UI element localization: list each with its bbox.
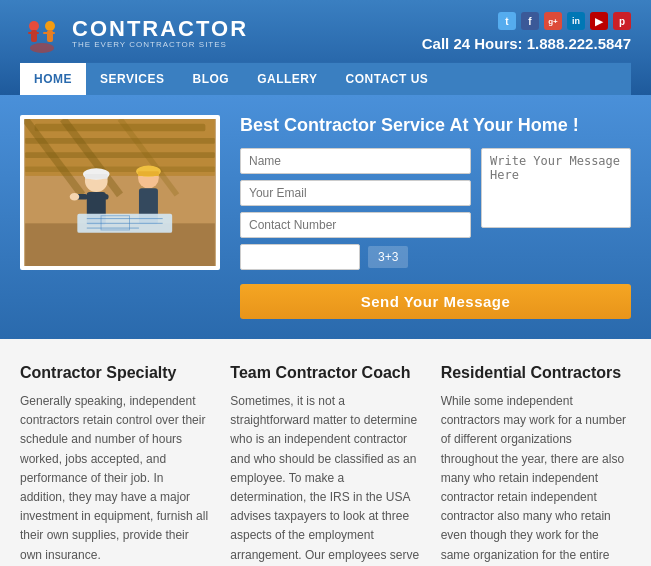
hero-title: Best Contractor Service At Your Home ! [240,115,631,136]
header: CONTRACTOR THE EVERY CONTRACTOR SITES t … [0,0,651,95]
page-wrapper: CONTRACTOR THE EVERY CONTRACTOR SITES t … [0,0,651,566]
svg-point-1 [29,21,39,31]
feature-col-3: Residential Contractors While some indep… [441,364,631,566]
svg-rect-11 [35,124,206,132]
hero-content: Best Contractor Service At Your Home ! 3… [240,115,631,319]
form-right-column [481,148,631,276]
logo-title: CONTRACTOR [72,16,248,42]
twitter-icon[interactable]: t [498,12,516,30]
svg-rect-8 [50,32,55,34]
svg-rect-28 [138,171,159,176]
feature-text-3: While some independent contractors may w… [441,392,631,566]
form-left-column: 3+3 [240,148,471,276]
features-section: Contractor Specialty Generally speaking,… [0,339,651,566]
phone-input[interactable] [240,212,471,238]
logo-area: CONTRACTOR THE EVERY CONTRACTOR SITES [20,10,248,54]
svg-point-5 [45,21,55,31]
svg-rect-21 [85,174,108,179]
nav-item-gallery[interactable]: GALLERY [243,63,331,95]
social-icons: t f g+ in ▶ p [422,12,631,30]
hero-section: Best Contractor Service At Your Home ! 3… [0,95,651,339]
message-textarea[interactable] [481,148,631,228]
feature-col-2: Team Contractor Coach Sometimes, it is n… [230,364,420,566]
captcha-input[interactable] [240,244,360,270]
feature-title-1: Contractor Specialty [20,364,210,382]
send-button[interactable]: Send Your Message [240,284,631,319]
form-split-row: 3+3 [240,148,631,276]
nav-item-services[interactable]: SERVICES [86,63,178,95]
email-row [240,180,471,206]
header-right: t f g+ in ▶ p Call 24 Hours: 1.888.222.5… [422,12,631,52]
phone-row [240,212,471,238]
captcha-label: 3+3 [368,246,408,268]
call-text: Call 24 Hours: 1.888.222.5847 [422,35,631,52]
captcha-row: 3+3 [240,244,471,270]
svg-point-0 [30,43,54,53]
name-input[interactable] [240,148,471,174]
email-input[interactable] [240,180,471,206]
svg-rect-24 [95,194,108,200]
svg-rect-3 [28,32,33,34]
svg-point-25 [70,193,79,201]
svg-rect-12 [25,138,215,144]
logo-subtitle: THE EVERY CONTRACTOR SITES [72,40,248,49]
youtube-icon[interactable]: ▶ [590,12,608,30]
feature-text-2: Sometimes, it is not a straightforward m… [230,392,420,566]
feature-title-3: Residential Contractors [441,364,631,382]
hero-image [20,115,220,270]
svg-rect-2 [31,30,37,42]
google-icon[interactable]: g+ [544,12,562,30]
svg-rect-14 [25,166,215,172]
navigation: HOME SERVICES BLOG GALLERY CONTACT US [20,62,631,95]
feature-title-2: Team Contractor Coach [230,364,420,382]
logo-icon [20,10,64,54]
nav-item-contact[interactable]: CONTACT US [332,63,443,95]
feature-text-1: Generally speaking, independent contract… [20,392,210,565]
header-top: CONTRACTOR THE EVERY CONTRACTOR SITES t … [20,10,631,62]
facebook-icon[interactable]: f [521,12,539,30]
svg-rect-6 [47,30,53,42]
svg-rect-4 [34,32,39,34]
linkedin-icon[interactable]: in [567,12,585,30]
nav-item-home[interactable]: HOME [20,63,86,95]
logo-text-area: CONTRACTOR THE EVERY CONTRACTOR SITES [72,16,248,49]
name-row [240,148,471,174]
nav-item-blog[interactable]: BLOG [178,63,243,95]
feature-col-1: Contractor Specialty Generally speaking,… [20,364,210,566]
svg-rect-7 [43,32,48,34]
pinterest-icon[interactable]: p [613,12,631,30]
